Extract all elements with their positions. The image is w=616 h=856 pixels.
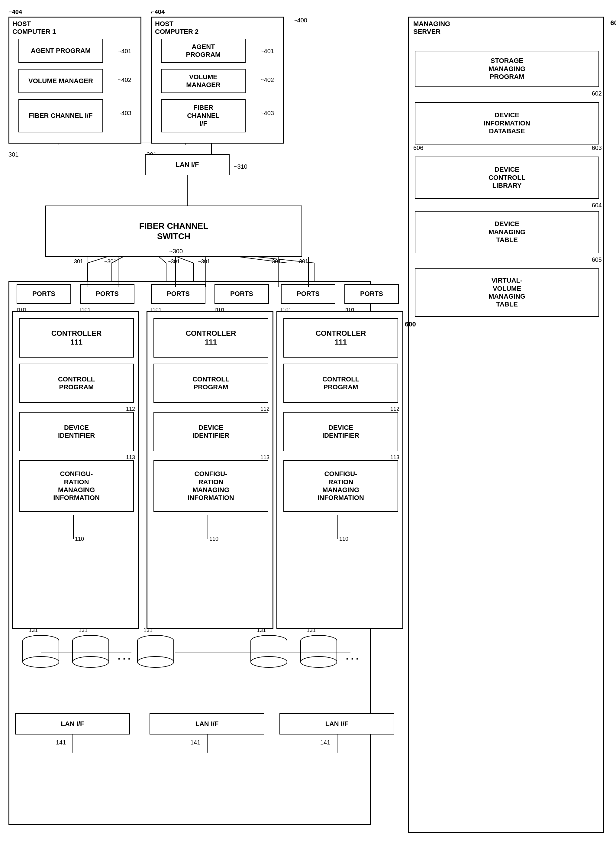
lan-if-bottom-2-box: LAN I/F — [149, 713, 264, 734]
ref-110-3: 110 — [339, 536, 348, 542]
ref-112-2: 112 — [260, 406, 269, 412]
ref-131-1c: 131 — [143, 627, 152, 634]
virtual-volume-managing-table-label: VIRTUAL-VOLUMEMANAGINGTABLE — [488, 277, 525, 309]
ref-403-1: ~403 — [118, 110, 131, 117]
device-identifier-1-label: DEVICEIDENTIFIER — [58, 424, 95, 440]
ref-131-2b: 131 — [307, 627, 316, 634]
ports-2b-box: PORTS — [215, 284, 269, 304]
ref-112-1: 112 — [126, 406, 135, 412]
ref-404-1: ⌐404 — [8, 8, 22, 15]
controll-program-3-box: CONTROLLPROGRAM — [283, 363, 398, 403]
controller-2-box: CONTROLLER111 — [154, 318, 268, 357]
ref-112-3: 112 — [390, 406, 399, 412]
line-disk-h3 — [260, 653, 350, 653]
virtual-volume-managing-table-box: VIRTUAL-VOLUMEMANAGINGTABLE — [415, 268, 599, 317]
line-ctrl2-to-disks — [207, 515, 208, 539]
line-lan-to-switch — [187, 175, 187, 206]
ref-601: 601 — [610, 19, 616, 27]
storage-managing-program-label: STORAGEMANAGINGPROGRAM — [488, 57, 525, 81]
ref-141-3: 141 — [320, 739, 330, 746]
device-managing-table-label: DEVICEMANAGINGTABLE — [488, 220, 525, 244]
volume-manager-2-box: VOLUMEMANAGER — [161, 69, 246, 93]
svg-point-35 — [72, 656, 109, 667]
agent-program-1-box: AGENT PROGRAM — [18, 39, 103, 63]
ref-113-3: 113 — [390, 454, 399, 460]
ref-131-1a: 131 — [29, 627, 38, 634]
svg-point-50 — [301, 656, 337, 667]
config-info-3-label: CONFIGU-RATIONMANAGINGINFORMATION — [318, 470, 364, 502]
line-port-2b — [206, 281, 206, 287]
disk-1c: 131 — [134, 635, 177, 671]
lan-if-bottom-3-box: LAN I/F — [280, 713, 394, 734]
ref-403-2: ~403 — [260, 110, 274, 117]
controll-program-1-label: CONTROLLPROGRAM — [58, 376, 95, 391]
ref-600: 600 — [405, 320, 416, 328]
svg-point-30 — [23, 656, 59, 667]
agent-program-1-label: AGENT PROGRAM — [31, 47, 91, 55]
line-ctrl1-to-disks — [73, 515, 74, 539]
lan-if-top-label: LAN I/F — [176, 161, 199, 169]
ref-301-sw5: 301 — [272, 259, 281, 265]
fiber-channel-if-1-label: FIBER CHANNEL I/F — [29, 112, 92, 120]
ref-110-2: 110 — [209, 536, 218, 542]
volume-manager-1-box: VOLUME MANAGER — [18, 69, 103, 93]
host-computer-1-label: HOSTCOMPUTER 1 — [12, 20, 56, 36]
managing-server-outer: MANAGINGSERVER 601 STORAGEMANAGINGPROGRA… — [408, 17, 604, 833]
ref-301-sw1: 301 — [74, 259, 83, 265]
ref-310: ~310 — [234, 163, 247, 170]
ref-113-1: 113 — [126, 454, 135, 460]
ref-301-h1: 301 — [8, 151, 18, 158]
lan-if-bottom-2-label: LAN I/F — [195, 720, 219, 728]
lan-if-bottom-1-box: LAN I/F — [15, 713, 130, 734]
ref-404-2: ⌐404 — [151, 8, 164, 15]
ref-400-2: ~400 — [293, 17, 307, 24]
line-lan3-down — [337, 734, 338, 753]
line-port-1a — [88, 281, 88, 287]
fiber-channel-if-2-label: FIBERCHANNELI/F — [187, 104, 220, 128]
storage-managing-program-box: STORAGEMANAGINGPROGRAM — [415, 51, 599, 87]
controll-program-2-label: CONTROLLPROGRAM — [192, 376, 229, 391]
host-computer-2-box: ~400 HOSTCOMPUTER 2 AGENTPROGRAM ~401 VO… — [151, 17, 284, 143]
ref-113-2: 113 — [260, 454, 269, 460]
host-computer-2-label: HOSTCOMPUTER 2 — [155, 20, 198, 36]
config-info-2-box: CONFIGU-RATIONMANAGINGINFORMATION — [154, 460, 268, 512]
ref-141-1: 141 — [56, 739, 66, 746]
device-info-database-label: DEVICEINFORMATIONDATABASE — [484, 111, 530, 135]
line-ctrl3-to-disks — [338, 515, 338, 539]
line-port-3b — [308, 281, 309, 287]
ports-3b-box: PORTS — [344, 284, 399, 304]
ports-2b-label: PORTS — [230, 290, 253, 298]
ref-602: 602 — [592, 90, 602, 97]
diagram-container: ⌐404 ~400 HOSTCOMPUTER 1 AGENT PROGRAM ~… — [0, 0, 616, 856]
device-controll-library-box: DEVICECONTROLLLIBRARY — [415, 157, 599, 199]
controller-1-box: CONTROLLER111 — [19, 318, 134, 357]
svg-point-45 — [251, 656, 287, 667]
ref-301-sw4: ~301 — [198, 259, 210, 265]
ref-606: 606 — [413, 145, 423, 151]
ref-604: 604 — [592, 202, 602, 209]
device-info-database-box: DEVICEINFORMATIONDATABASE — [415, 102, 599, 145]
line-fcs-right2 — [308, 257, 309, 281]
host-computer-1-box: ~400 HOSTCOMPUTER 1 AGENT PROGRAM ~401 V… — [8, 17, 141, 143]
controller-2-label: CONTROLLER111 — [186, 329, 236, 347]
ref-131-1b: 131 — [78, 627, 88, 634]
line-port-2a — [175, 281, 176, 287]
config-info-1-label: CONFIGU-RATIONMANAGINGINFORMATION — [53, 470, 100, 502]
controller-3-outer: CONTROLLER111 CONTROLLPROGRAM 112 DEVICE… — [277, 311, 403, 629]
controller-3-box: CONTROLLER111 — [283, 318, 398, 357]
ports-1a-label: PORTS — [32, 290, 55, 298]
config-info-3-box: CONFIGU-RATIONMANAGINGINFORMATION — [283, 460, 398, 512]
ref-301-sw3: ~301 — [167, 259, 180, 265]
ref-110-1: 110 — [75, 536, 84, 542]
device-identifier-1-box: DEVICEIDENTIFIER — [19, 412, 134, 451]
agent-program-2-box: AGENTPROGRAM — [161, 39, 246, 63]
controller-1-outer: CONTROLLER111 CONTROLLPROGRAM 112 DEVICE… — [12, 311, 139, 629]
ref-603: 603 — [592, 145, 602, 151]
fiber-channel-if-2-box: FIBERCHANNELI/F — [161, 99, 246, 132]
lan-if-top-box: LAN I/F — [145, 154, 230, 175]
volume-manager-1-label: VOLUME MANAGER — [28, 77, 93, 85]
controller-1-label: CONTROLLER111 — [51, 329, 102, 347]
ref-131-2a: 131 — [257, 627, 266, 634]
managing-server-label: MANAGINGSERVER — [413, 20, 450, 35]
volume-manager-2-label: VOLUMEMANAGER — [186, 73, 221, 89]
